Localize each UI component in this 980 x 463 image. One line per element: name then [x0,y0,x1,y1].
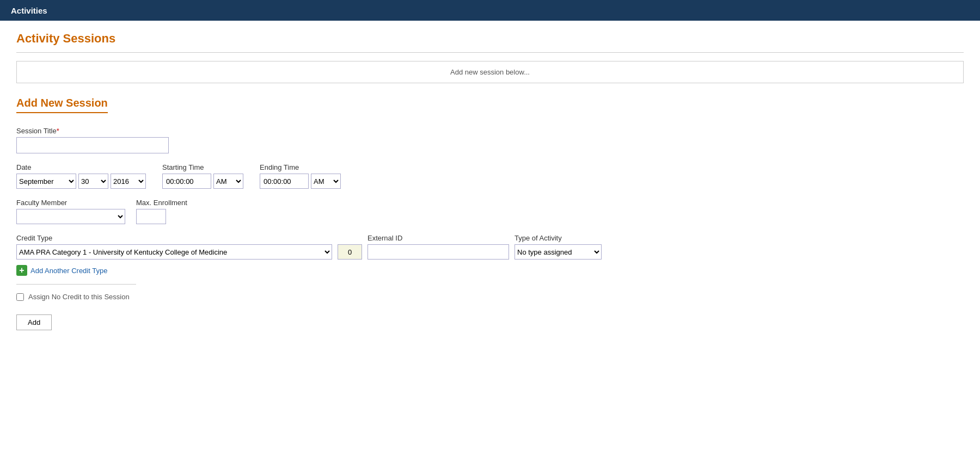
faculty-member-group: Faculty Member [16,199,125,224]
starting-time-input[interactable] [162,174,211,189]
top-bar-title: Activities [11,6,47,15]
activity-sessions-title: Activity Sessions [16,32,964,46]
add-new-session-title: Add New Session [16,97,108,113]
sessions-placeholder-row: Add new session below... [18,63,962,82]
day-select[interactable]: 12345 678910 1112131415 1617181920 21222… [78,174,108,189]
month-select[interactable]: January February March April May June Ju… [16,174,76,189]
required-star: * [57,127,59,135]
external-id-input[interactable] [367,244,509,260]
date-selects: January February March April May June Ju… [16,174,146,189]
max-enrollment-input[interactable] [136,209,166,224]
ending-ampm-select[interactable]: AM PM [311,174,341,189]
type-of-activity-group: Type of Activity No type assigned Lectur… [514,234,602,260]
type-of-activity-select[interactable]: No type assigned Lecture Workshop Semina… [514,244,602,260]
external-id-group: External ID [367,234,509,260]
date-group: Date January February March April May Ju… [16,163,146,189]
faculty-row: Faculty Member Max. Enrollment [16,199,964,224]
add-credit-plus-icon[interactable]: + [16,265,27,276]
external-id-label: External ID [367,234,509,242]
sessions-table: Add new session below... [16,61,964,83]
external-id-value-input[interactable] [338,244,362,260]
credit-type-select[interactable]: AMA PRA Category 1 - University of Kentu… [16,244,332,260]
add-another-credit-type-row: + Add Another Credit Type [16,265,964,276]
sessions-divider [16,52,964,53]
external-id-value-group [338,234,362,260]
starting-ampm-select[interactable]: AM PM [213,174,243,189]
ending-time-group: Ending Time AM PM [260,163,341,189]
no-credit-row: Assign No Credit to this Session [16,293,964,301]
max-enrollment-group: Max. Enrollment [136,199,187,224]
ending-time-input[interactable] [260,174,309,189]
date-time-row: Date January February March April May Ju… [16,163,964,189]
ending-time-label: Ending Time [260,163,341,171]
add-new-session-form: Session Title* Date January February Mar… [16,127,964,330]
form-divider [16,284,136,285]
session-title-field: Session Title* [16,127,964,153]
external-id-value-label [338,234,362,242]
activity-sessions-section: Activity Sessions Add new session below.… [16,32,964,83]
session-title-label: Session Title* [16,127,964,135]
faculty-member-label: Faculty Member [16,199,125,207]
max-enrollment-label: Max. Enrollment [136,199,187,207]
add-new-session-section: Add New Session Session Title* Date Janu… [16,97,964,330]
no-credit-label: Assign No Credit to this Session [28,293,130,301]
faculty-member-select[interactable] [16,209,125,224]
credit-type-row: Credit Type AMA PRA Category 1 - Univers… [16,234,964,260]
add-button[interactable]: Add [16,314,52,330]
ending-time-selects: AM PM [260,174,341,189]
year-select[interactable]: 2014 2015 2016 2017 2018 [111,174,146,189]
credit-type-group: Credit Type AMA PRA Category 1 - Univers… [16,234,332,260]
top-bar: Activities [0,0,980,21]
sessions-placeholder-text: Add new session below... [18,63,962,82]
starting-time-selects: AM PM [162,174,243,189]
main-content: Activity Sessions Add new session below.… [0,21,980,463]
add-another-credit-type-link[interactable]: Add Another Credit Type [30,267,107,275]
no-credit-checkbox[interactable] [16,293,24,301]
starting-time-group: Starting Time AM PM [162,163,243,189]
starting-time-label: Starting Time [162,163,243,171]
session-title-input[interactable] [16,137,169,153]
date-label: Date [16,163,146,171]
credit-type-label: Credit Type [16,234,332,242]
type-of-activity-label: Type of Activity [514,234,602,242]
